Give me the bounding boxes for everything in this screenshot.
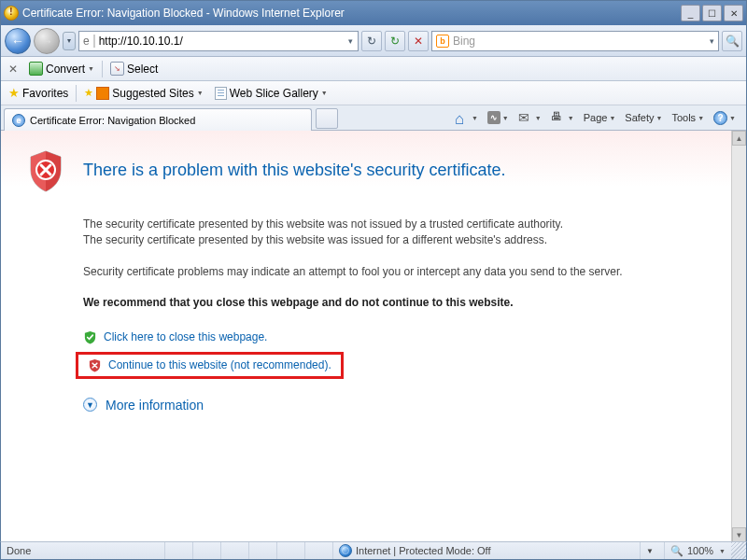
stop-button[interactable]: ✕: [408, 31, 429, 51]
tab-label: Certificate Error: Navigation Blocked: [30, 115, 195, 126]
shield-x-icon: [27, 149, 64, 192]
favorites-bar: ★ Favorites ★ Suggested Sites ▼ Web Slic…: [1, 81, 746, 105]
feeds-button[interactable]: ∿▼: [484, 109, 513, 126]
chevron-down-icon: ▼: [197, 90, 204, 96]
continue-highlighted-box: Continue to this website (not recommende…: [76, 352, 344, 379]
select-icon: ↘: [110, 62, 124, 76]
recommendation-text: We recommend that you close this webpage…: [83, 295, 718, 311]
more-information-toggle[interactable]: ▼ More information: [83, 398, 718, 413]
close-toolbar-button[interactable]: ✕: [5, 61, 21, 77]
cert-warning-icon: [4, 6, 19, 21]
scroll-up-button[interactable]: ▲: [732, 131, 746, 146]
expand-icon: ▼: [83, 398, 97, 412]
page-icon: e: [79, 35, 95, 48]
command-bar: ▼ ∿▼ ▼ ▼ Page▼ Safety▼ Tools▼ ?▼: [451, 108, 743, 127]
web-slice-button[interactable]: Web Slice Gallery ▼: [211, 85, 331, 102]
close-webpage-link[interactable]: Click here to close this webpage.: [104, 330, 267, 343]
continue-anyway-link[interactable]: Continue to this website (not recommende…: [108, 358, 331, 371]
chevron-down-icon: ▼: [719, 548, 726, 554]
search-dropdown[interactable]: ▾: [710, 36, 714, 46]
address-input[interactable]: [95, 32, 343, 50]
favorites-button[interactable]: ★ Favorites: [5, 84, 72, 102]
close-webpage-action: Click here to close this webpage.: [83, 327, 718, 348]
back-button[interactable]: ←: [5, 28, 31, 54]
zone-dropdown-button[interactable]: ▼: [640, 542, 664, 559]
window-title: Certificate Error: Navigation Blocked - …: [22, 7, 345, 20]
page-menu-button[interactable]: Page▼: [580, 110, 620, 125]
recent-pages-dropdown[interactable]: ▾: [63, 32, 76, 50]
address-bar[interactable]: e ▾: [78, 31, 359, 51]
chevron-down-icon: ▼: [321, 90, 328, 96]
home-icon: [455, 110, 470, 125]
mail-icon: [518, 110, 533, 125]
search-box[interactable]: b Bing ▾: [431, 31, 719, 51]
chevron-down-icon: ▼: [88, 65, 94, 72]
close-window-button[interactable]: ✕: [724, 5, 743, 21]
window-titlebar: Certificate Error: Navigation Blocked - …: [1, 1, 746, 25]
suggested-sites-icon: [96, 87, 109, 100]
new-tab-button[interactable]: [316, 108, 338, 129]
convert-icon: [29, 62, 43, 76]
read-mail-button[interactable]: ▼: [514, 108, 545, 127]
separator: [102, 61, 103, 77]
shield-check-icon: [83, 330, 97, 344]
globe-icon: [339, 544, 352, 557]
bing-icon: b: [436, 35, 449, 48]
printer-icon: [551, 110, 566, 125]
error-detail-1: The security certificate presented by th…: [83, 217, 718, 249]
star-icon: ★: [84, 87, 93, 99]
help-button[interactable]: ?▼: [710, 109, 740, 127]
zoom-control[interactable]: 🔍 100% ▼: [664, 542, 731, 559]
print-button[interactable]: ▼: [547, 108, 578, 127]
zoom-icon: 🔍: [670, 545, 684, 557]
refresh-button[interactable]: ↻: [385, 31, 405, 51]
tab-active[interactable]: e Certificate Error: Navigation Blocked: [4, 108, 312, 131]
error-heading: There is a problem with this website's s…: [83, 161, 506, 180]
select-button[interactable]: ↘ Select: [106, 60, 162, 77]
shield-x-icon: [88, 358, 102, 372]
pdf-toolbar: ✕ Convert ▼ ↘ Select: [1, 57, 746, 81]
scroll-down-button[interactable]: ▼: [732, 527, 746, 542]
ie-page-icon: e: [12, 114, 25, 127]
maximize-button[interactable]: ☐: [702, 5, 722, 21]
navigation-bar: ← → ▾ e ▾ ↻ ↻ ✕ b Bing ▾ 🔍: [1, 25, 746, 57]
page-content: There is a problem with this website's s…: [1, 131, 746, 542]
search-go-button[interactable]: 🔍: [722, 31, 742, 51]
safety-menu-button[interactable]: Safety▼: [621, 110, 666, 125]
help-icon: ?: [713, 111, 727, 125]
vertical-scrollbar[interactable]: ▲ ▼: [731, 131, 746, 542]
forward-button[interactable]: →: [34, 28, 60, 54]
star-icon: ★: [8, 86, 20, 100]
search-provider-label: Bing: [453, 35, 475, 48]
tab-bar: e Certificate Error: Navigation Blocked …: [1, 105, 746, 131]
resize-grip[interactable]: [731, 542, 746, 559]
error-detail-2: Security certificate problems may indica…: [83, 264, 718, 280]
suggested-sites-button[interactable]: ★ Suggested Sites ▼: [80, 85, 206, 102]
rss-icon: ∿: [487, 111, 500, 124]
minimize-button[interactable]: _: [681, 5, 700, 21]
home-button[interactable]: ▼: [451, 108, 482, 127]
security-zone[interactable]: Internet | Protected Mode: Off: [332, 542, 640, 559]
separator: [76, 85, 77, 102]
status-bar: Done Internet | Protected Mode: Off ▼ 🔍 …: [0, 541, 747, 560]
compat-refresh-button[interactable]: ↻: [361, 31, 382, 51]
convert-button[interactable]: Convert ▼: [25, 60, 98, 77]
web-slice-icon: [215, 87, 227, 100]
status-text: Done: [1, 542, 164, 559]
tools-menu-button[interactable]: Tools▼: [668, 110, 708, 125]
address-history-dropdown[interactable]: ▾: [343, 36, 358, 46]
